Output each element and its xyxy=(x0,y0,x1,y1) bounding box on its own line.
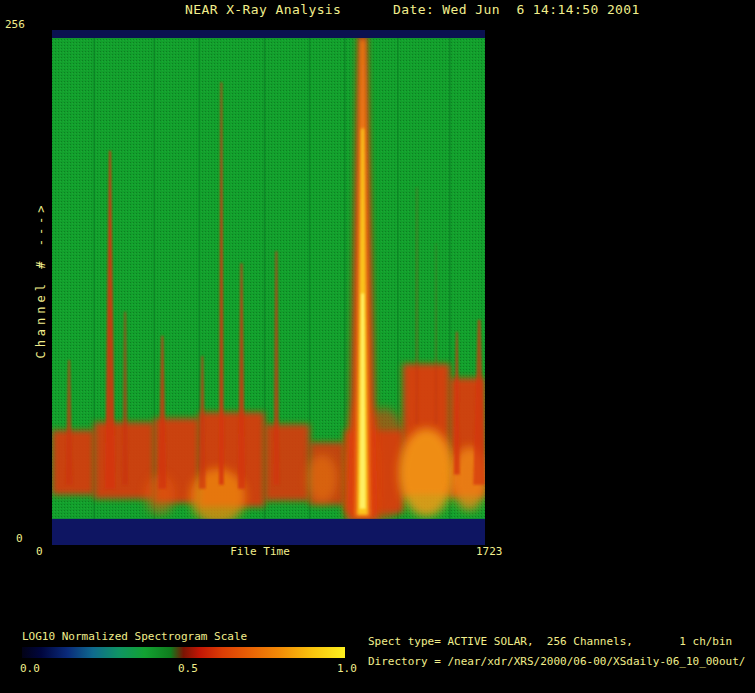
x-axis-title: File Time xyxy=(180,546,340,558)
near-xray-analysis-window: NEAR X-Ray Analysis Date: Wed Jun 6 14:1… xyxy=(0,0,755,693)
x-axis-max-label: 1723 xyxy=(476,546,503,558)
y-axis-title: Channel # ---> xyxy=(35,180,47,380)
bottom-empty-band xyxy=(52,519,485,545)
spect-type-info: Spect type= ACTIVE SOLAR, 256 Channels, … xyxy=(368,636,732,648)
top-empty-band xyxy=(52,30,485,38)
page-title: NEAR X-Ray Analysis xyxy=(185,4,341,16)
date-stamp: Date: Wed Jun 6 14:14:50 2001 xyxy=(393,4,640,16)
colorbar-title: LOG10 Normalized Spectrogram Scale xyxy=(22,631,247,643)
y-axis-min-label: 0 xyxy=(16,533,23,545)
y-axis-max-label: 256 xyxy=(5,19,25,31)
spectrogram-heatmap xyxy=(52,30,485,545)
colorbar-tick-0: 0.0 xyxy=(20,663,40,675)
colorbar-gradient xyxy=(22,647,345,658)
directory-info: Directory = /near/xdr/XRS/2000/06-00/XSd… xyxy=(368,656,746,668)
colorbar-tick-1: 1.0 xyxy=(337,663,357,675)
colorbar-tick-05: 0.5 xyxy=(178,663,198,675)
x-axis-min-label: 0 xyxy=(36,546,43,558)
